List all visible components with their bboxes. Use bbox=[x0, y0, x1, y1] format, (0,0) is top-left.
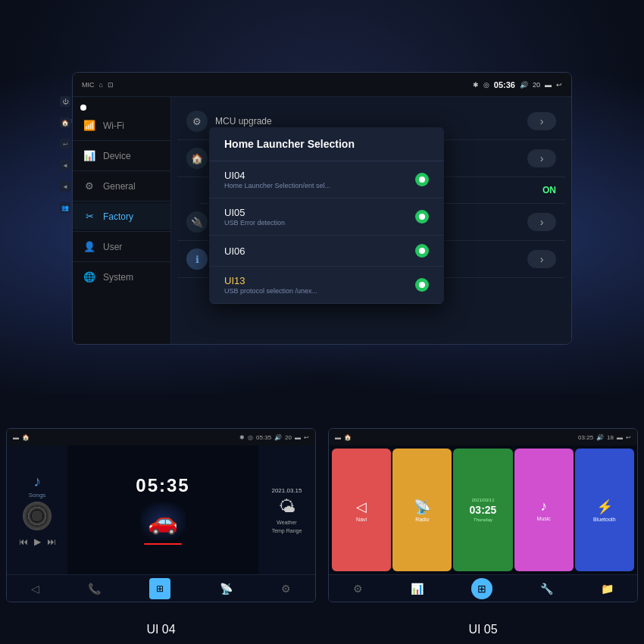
songs-label: Songs bbox=[29, 492, 46, 499]
sidebar-divider-2 bbox=[73, 170, 170, 171]
dropdown-overlay: Home Launcher Selection UI04 Home Launch… bbox=[209, 127, 444, 304]
prev-button[interactable]: ⏮ bbox=[19, 536, 28, 547]
dropdown-item-ui04-left: UI04 Home Launcher Selection/ent sel... bbox=[224, 170, 330, 189]
ui05-back-icon[interactable]: ↩ bbox=[626, 434, 631, 441]
bluetooth-tile[interactable]: ⚡ Bluetooth bbox=[575, 449, 634, 571]
side-controls: ⏻ 🏠 ↩ ◄ ◄ 👥 bbox=[58, 96, 72, 213]
ui04-back-icon[interactable]: ↩ bbox=[304, 434, 309, 441]
sidebar-item-general[interactable]: ⚙ General bbox=[73, 173, 170, 199]
ui05-nav: ⚙ 📊 ⊞ 🔧 📁 bbox=[329, 574, 637, 602]
ui05-nav-home[interactable]: ⊞ bbox=[471, 578, 492, 599]
weather-icon: 🌤 bbox=[279, 497, 295, 517]
ui05-nav-gear[interactable]: 🔧 bbox=[540, 583, 553, 595]
dropdown-ui06-label: UI06 bbox=[224, 245, 245, 257]
sidebar-item-user[interactable]: 👤 User bbox=[73, 233, 170, 260]
navi-label: Navi bbox=[356, 517, 367, 522]
dropdown-item-ui06-left: UI06 bbox=[224, 245, 245, 257]
navi-tile[interactable]: ◁ Navi bbox=[332, 449, 391, 571]
launcher-chevron[interactable]: › bbox=[527, 149, 556, 167]
weather-label: Weather bbox=[277, 520, 296, 525]
dropdown-item-ui06[interactable]: UI06 bbox=[209, 236, 444, 267]
wifi-icon: 📶 bbox=[83, 120, 95, 131]
battery-icon: ▬ bbox=[545, 81, 552, 89]
car-indicator bbox=[144, 543, 182, 545]
ui04-center-panel: 05:35 🚗 bbox=[67, 445, 258, 574]
dropdown-item-ui13[interactable]: UI13 USB protocol selection /unex... bbox=[209, 267, 444, 304]
music-tile-icon: ♪ bbox=[540, 499, 547, 514]
music-tile-label: Music bbox=[537, 516, 551, 521]
ui05-nav-chart[interactable]: 📊 bbox=[411, 583, 424, 595]
ui05-vol-icon: 🔊 bbox=[596, 434, 604, 441]
bottom-labels: UI 04 UI 05 bbox=[0, 623, 644, 636]
home-side-btn[interactable]: 🏠 bbox=[60, 117, 70, 128]
sidebar-divider-5 bbox=[73, 261, 170, 262]
ui04-bt-icon: ✱ bbox=[239, 434, 245, 441]
dropdown-item-ui05[interactable]: UI05 USB Error detection bbox=[209, 199, 444, 236]
sidebar-system-label: System bbox=[103, 272, 133, 283]
status-left: MIC ⌂ ⊡ bbox=[82, 81, 114, 89]
dropdown-ui13-sub: USB protocol selection /unex... bbox=[224, 287, 317, 295]
export-chevron[interactable]: › bbox=[527, 250, 556, 268]
power-btn[interactable]: ⏻ bbox=[60, 96, 70, 107]
sidebar-device-label: Device bbox=[103, 151, 131, 161]
nav-home-button[interactable]: ⊞ bbox=[149, 578, 170, 599]
ui04-left-panel: ♪ Songs ⏮ ▶ ⏭ bbox=[7, 445, 67, 574]
ui04-right-panel: 2021.03.15 🌤 Weather Temp Range bbox=[258, 445, 315, 574]
clock-date: 2021/03/11 bbox=[471, 498, 494, 502]
vol-up-btn[interactable]: ◄ bbox=[60, 181, 70, 192]
dropdown-item-ui04[interactable]: UI04 Home Launcher Selection/ent sel... bbox=[209, 161, 444, 199]
volume-level: 20 bbox=[533, 81, 540, 89]
protocol-chevron[interactable]: › bbox=[527, 213, 556, 231]
mcu-chevron[interactable]: › bbox=[527, 112, 556, 130]
user-icon-btn[interactable]: 👥 bbox=[60, 202, 70, 213]
radio-tile[interactable]: 📡 Radio bbox=[392, 449, 452, 571]
dropdown-item-ui05-left: UI05 USB Error detection bbox=[224, 207, 285, 227]
sidebar-item-device[interactable]: 📊 Device bbox=[73, 142, 170, 169]
clock-tile[interactable]: 2021/03/11 03:25 Thursday bbox=[453, 449, 512, 571]
ui05-screen: ▬ 🏠 03:25 🔊 18 ▬ ↩ ◁ Navi 📡 Radio 202 bbox=[328, 428, 638, 602]
playback-controls: ⏮ ▶ ⏭ bbox=[19, 536, 56, 547]
ui04-content: ♪ Songs ⏮ ▶ ⏭ 05:35 🚗 2021.03.15 � bbox=[7, 445, 315, 574]
back-side-btn[interactable]: ↩ bbox=[60, 139, 70, 149]
sidebar-divider-4 bbox=[73, 231, 170, 232]
ui05-status-left: ▬ 🏠 bbox=[335, 434, 352, 441]
nav-antenna-icon[interactable]: 📡 bbox=[220, 583, 233, 595]
device-icon: 📊 bbox=[83, 150, 95, 161]
vol-down-btn[interactable]: ◄ bbox=[60, 160, 70, 170]
sidebar: 📶 Wi-Fi 📊 Device ⚙ General ✂ Factory 👤 U… bbox=[73, 97, 171, 344]
protocol-icon: 🔌 bbox=[186, 211, 208, 233]
music-tile[interactable]: ♪ Music bbox=[514, 449, 574, 571]
ui04-time: 05:35 bbox=[256, 434, 271, 441]
main-panel: ⚙ MCU upgrade › 🏠 › USB Error detection bbox=[171, 97, 571, 344]
ui04-status-bar: ▬ 🏠 ✱ ◎ 05:35 🔊 20 ▬ ↩ bbox=[7, 429, 315, 445]
sidebar-item-factory[interactable]: ✂ Factory bbox=[73, 203, 170, 230]
nav-navigation-icon[interactable]: ◁ bbox=[31, 583, 39, 595]
sidebar-item-wifi[interactable]: 📶 Wi-Fi bbox=[73, 112, 170, 139]
bluetooth-label: Bluetooth bbox=[593, 517, 616, 522]
sidebar-divider-3 bbox=[73, 201, 170, 202]
clock-day: Thursday bbox=[474, 517, 492, 522]
ui05-battery-icon: ▬ bbox=[335, 434, 341, 441]
ui05-nav-wheel[interactable]: ⚙ bbox=[353, 583, 363, 595]
nav-phone-icon[interactable]: 📞 bbox=[88, 583, 101, 595]
mcu-label: MCU upgrade bbox=[215, 116, 272, 127]
sidebar-factory-label: Factory bbox=[103, 211, 133, 222]
weather-date: 2021.03.15 bbox=[271, 487, 302, 494]
sidebar-item-system[interactable]: 🌐 System bbox=[73, 264, 170, 290]
screenshot-icon: ⊡ bbox=[108, 81, 114, 89]
ui05-time: 03:25 bbox=[578, 434, 593, 441]
ui04-screen: ▬ 🏠 ✱ ◎ 05:35 🔊 20 ▬ ↩ ♪ Songs bbox=[6, 428, 316, 602]
sidebar-user-label: User bbox=[103, 242, 122, 252]
navi-icon: ◁ bbox=[356, 499, 367, 515]
system-icon: 🌐 bbox=[83, 271, 95, 283]
next-button[interactable]: ⏭ bbox=[47, 536, 56, 547]
nav-settings-icon[interactable]: ⚙ bbox=[281, 583, 291, 595]
ui04-label: UI 04 bbox=[0, 623, 322, 636]
ui05-nav-folder[interactable]: 📁 bbox=[601, 583, 614, 595]
dropdown-ui13-label: UI13 bbox=[224, 275, 317, 286]
play-button[interactable]: ▶ bbox=[34, 536, 41, 547]
factory-icon: ✂ bbox=[83, 211, 95, 222]
back-arrow[interactable]: ↩ bbox=[556, 81, 562, 89]
export-icon: ℹ bbox=[186, 249, 208, 270]
dropdown-ui05-sub: USB Error detection bbox=[224, 219, 285, 227]
